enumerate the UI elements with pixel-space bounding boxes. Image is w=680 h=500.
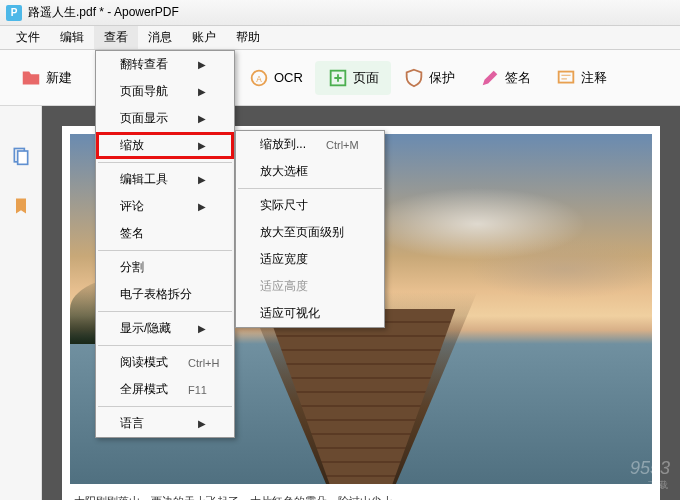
bookmark-panel-icon[interactable]	[11, 196, 31, 216]
menu-fullscreen[interactable]: 全屏模式F11	[96, 376, 234, 403]
menu-account[interactable]: 账户	[182, 26, 226, 49]
menu-edit-tools[interactable]: 编辑工具▶	[96, 166, 234, 193]
ocr-icon: A	[248, 67, 270, 89]
menu-view[interactable]: 查看	[94, 26, 138, 49]
menu-split[interactable]: 分割	[96, 254, 234, 281]
sign-button[interactable]: 签名	[467, 61, 543, 95]
folder-icon	[20, 67, 42, 89]
menu-page-display[interactable]: 页面显示▶	[96, 105, 234, 132]
menu-show-hide[interactable]: 显示/隐藏▶	[96, 315, 234, 342]
separator	[98, 250, 232, 251]
menu-message[interactable]: 消息	[138, 26, 182, 49]
comment-icon	[555, 67, 577, 89]
left-sidebar	[0, 106, 42, 500]
view-dropdown: 翻转查看▶ 页面导航▶ 页面显示▶ 缩放▶ 编辑工具▶ 评论▶ 签名 分割 电子…	[95, 50, 235, 438]
pen-icon	[479, 67, 501, 89]
shield-icon	[403, 67, 425, 89]
menu-edit[interactable]: 编辑	[50, 26, 94, 49]
page-icon	[327, 67, 349, 89]
menu-language[interactable]: 语言▶	[96, 410, 234, 437]
menu-help[interactable]: 帮助	[226, 26, 270, 49]
separator	[238, 188, 382, 189]
pages-panel-icon[interactable]	[11, 146, 31, 166]
separator	[98, 345, 232, 346]
menu-page-nav[interactable]: 页面导航▶	[96, 78, 234, 105]
menu-fit-visible[interactable]: 适应可视化	[236, 300, 384, 327]
menu-fit-width[interactable]: 适应宽度	[236, 246, 384, 273]
menubar: 文件 编辑 查看 消息 账户 帮助	[0, 26, 680, 50]
document-text: 太阳刚刚落山，西边的天上飞起了一大片红色的霞朵。除过山尖上	[70, 494, 652, 500]
menu-marquee-zoom[interactable]: 放大选框	[236, 158, 384, 185]
page-button[interactable]: 页面	[315, 61, 391, 95]
window-title: 路遥人生.pdf * - ApowerPDF	[28, 4, 179, 21]
menu-rotate-view[interactable]: 翻转查看▶	[96, 51, 234, 78]
menu-zoom-to[interactable]: 缩放到...Ctrl+M	[236, 131, 384, 158]
svg-rect-5	[17, 151, 27, 164]
menu-spreadsheet-split[interactable]: 电子表格拆分	[96, 281, 234, 308]
menu-zoom[interactable]: 缩放▶	[96, 132, 234, 159]
svg-text:A: A	[256, 74, 262, 83]
titlebar: P 路遥人生.pdf * - ApowerPDF	[0, 0, 680, 26]
menu-fit-height[interactable]: 适应高度	[236, 273, 384, 300]
menu-actual-size[interactable]: 实际尺寸	[236, 192, 384, 219]
app-icon: P	[6, 5, 22, 21]
new-button[interactable]: 新建	[8, 61, 84, 95]
protect-button[interactable]: 保护	[391, 61, 467, 95]
menu-file[interactable]: 文件	[6, 26, 50, 49]
separator	[98, 311, 232, 312]
svg-rect-3	[559, 71, 574, 82]
ocr-button[interactable]: A OCR	[236, 61, 315, 95]
menu-comments[interactable]: 评论▶	[96, 193, 234, 220]
zoom-submenu: 缩放到...Ctrl+M 放大选框 实际尺寸 放大至页面级别 适应宽度 适应高度…	[235, 130, 385, 328]
comment-button[interactable]: 注释	[543, 61, 619, 95]
menu-fit-page[interactable]: 放大至页面级别	[236, 219, 384, 246]
menu-signature[interactable]: 签名	[96, 220, 234, 247]
separator	[98, 406, 232, 407]
separator	[98, 162, 232, 163]
menu-reading-mode[interactable]: 阅读模式Ctrl+H	[96, 349, 234, 376]
